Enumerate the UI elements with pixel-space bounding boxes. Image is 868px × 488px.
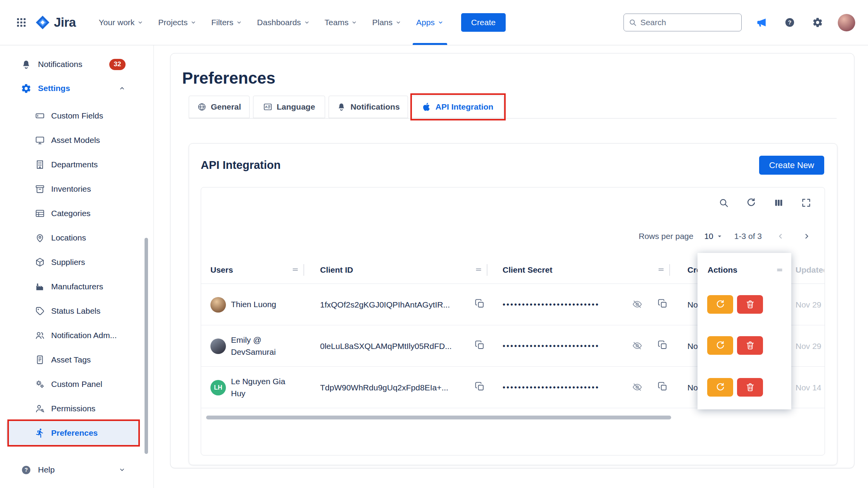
tab-language[interactable]: Language [253, 96, 325, 118]
app-switcher-button[interactable] [13, 14, 30, 31]
toggle-secret-visibility-button[interactable] [632, 382, 642, 392]
table-pagination: Rows per page 10 1-3 of 3 [639, 229, 815, 244]
top-nav-bar: Jira Your work Projects Filters Dashboar… [0, 0, 868, 45]
announcements-button[interactable] [754, 15, 770, 30]
column-drag-handle-icon[interactable] [657, 266, 665, 273]
toggle-secret-visibility-button[interactable] [632, 299, 642, 309]
tag-icon [35, 306, 45, 316]
api-integration-panel: API Integration Create New Rows per page… [189, 143, 837, 465]
column-header-client-id[interactable]: Client ID [320, 256, 353, 284]
sidebar-item-suppliers[interactable]: Suppliers [6, 250, 140, 274]
delete-token-button[interactable] [737, 295, 763, 314]
copy-client-secret-button[interactable] [658, 340, 668, 350]
tab-notifications[interactable]: Notifications [329, 96, 408, 118]
column-header-created[interactable]: Created [687, 256, 698, 284]
pagination-range-label: 1-3 of 3 [734, 232, 762, 241]
refresh-icon [715, 299, 725, 309]
regenerate-token-button[interactable] [707, 378, 733, 397]
building-icon [35, 160, 45, 170]
table-horizontal-scrollbar[interactable] [206, 416, 671, 419]
nav-plans[interactable]: Plans [365, 0, 409, 45]
copy-client-secret-button[interactable] [658, 381, 668, 392]
help-button[interactable] [782, 15, 797, 30]
copy-client-id-button[interactable] [475, 299, 485, 309]
trash-icon [745, 299, 755, 309]
column-header-users[interactable]: Users [210, 256, 233, 284]
nav-projects[interactable]: Projects [151, 0, 204, 45]
sidebar-item-manufacturers[interactable]: Manufacturers [6, 274, 140, 299]
chevron-down-icon [236, 19, 242, 26]
nav-teams[interactable]: Teams [317, 0, 365, 45]
nav-filters[interactable]: Filters [204, 0, 250, 45]
monitor-icon [35, 135, 45, 145]
column-separator[interactable] [669, 264, 670, 276]
chevron-down-icon [304, 19, 310, 26]
help-circle-icon [784, 17, 795, 28]
column-header-client-secret[interactable]: Client Secret [503, 256, 552, 284]
column-drag-handle-icon[interactable] [776, 266, 784, 274]
rows-per-page-select[interactable]: 10 [704, 232, 723, 241]
rows-per-page-label: Rows per page [639, 232, 693, 241]
tab-general[interactable]: General [189, 96, 250, 118]
sidebar-item-help[interactable]: Help [0, 458, 153, 482]
copy-client-id-button[interactable] [475, 340, 485, 350]
global-search [623, 14, 742, 31]
sidebar-item-permissions[interactable]: Permissions [6, 396, 140, 421]
sidebar-item-status-labels[interactable]: Status Labels [6, 299, 140, 323]
sidebar-item-notifications[interactable]: Notifications 32 [0, 52, 153, 76]
create-button[interactable]: Create [461, 13, 506, 32]
sidebar-item-custom-fields[interactable]: Custom Fields [6, 103, 140, 128]
table-search-button[interactable] [717, 196, 730, 209]
delete-token-button[interactable] [737, 378, 763, 397]
copy-client-secret-button[interactable] [658, 299, 668, 309]
nav-dashboards[interactable]: Dashboards [250, 0, 317, 45]
sidebar-item-categories[interactable]: Categories [6, 201, 140, 225]
create-new-button[interactable]: Create New [759, 156, 824, 175]
sidebar-item-locations[interactable]: Locations [6, 225, 140, 250]
table-columns-button[interactable] [772, 196, 785, 209]
sidebar-item-asset-tags[interactable]: Asset Tags [6, 347, 140, 372]
column-separator[interactable] [303, 264, 304, 276]
package-icon [35, 257, 45, 267]
notifications-count-badge: 32 [109, 59, 126, 70]
search-input[interactable] [640, 18, 737, 27]
top-nav-right [623, 14, 855, 31]
nav-apps[interactable]: Apps [409, 0, 451, 45]
chevron-down-icon [395, 19, 401, 26]
regenerate-token-button[interactable] [707, 336, 733, 355]
column-drag-handle-icon[interactable] [291, 266, 299, 273]
sidebar-item-settings[interactable]: Settings [0, 76, 153, 100]
jira-logo[interactable]: Jira [35, 15, 76, 30]
settings-sub-menu: Custom Fields Asset Models Departments I… [0, 103, 153, 445]
delete-token-button[interactable] [737, 336, 763, 355]
user-cell: Thien Luong [210, 284, 300, 325]
column-drag-handle-icon[interactable] [475, 266, 482, 273]
sidebar-item-preferences[interactable]: Preferences [6, 421, 140, 445]
toggle-secret-visibility-button[interactable] [632, 340, 642, 351]
table-refresh-button[interactable] [744, 196, 758, 209]
row-actions [707, 336, 763, 355]
sidebar-item-custom-panel[interactable]: Custom Panel [6, 372, 140, 396]
sidebar-item-departments[interactable]: Departments [6, 152, 140, 177]
previous-page-button[interactable] [773, 229, 788, 244]
sidebar-scrollbar[interactable] [145, 238, 148, 454]
sidebar-item-asset-models[interactable]: Asset Models [6, 128, 140, 152]
copy-client-id-button[interactable] [475, 381, 485, 392]
settings-button[interactable] [810, 15, 825, 30]
sidebar-item-inventories[interactable]: Inventories [6, 177, 140, 201]
tab-api-integration[interactable]: API Integration [412, 96, 504, 118]
runner-icon [35, 428, 45, 438]
regenerate-token-button[interactable] [707, 295, 733, 314]
column-separator[interactable] [487, 264, 487, 276]
map-pin-icon [35, 233, 45, 243]
created-cell: Nov [687, 367, 698, 408]
sidebar-item-notification-admins[interactable]: Notification Adm... [6, 323, 140, 347]
next-page-button[interactable] [799, 229, 815, 244]
nav-your-work[interactable]: Your work [91, 0, 151, 45]
profile-avatar[interactable] [838, 14, 855, 31]
gear-icon [812, 17, 823, 28]
table-fullscreen-button[interactable] [799, 196, 813, 209]
chevron-down-icon [437, 19, 444, 26]
fullscreen-icon [801, 198, 811, 208]
gears-icon [35, 379, 45, 389]
